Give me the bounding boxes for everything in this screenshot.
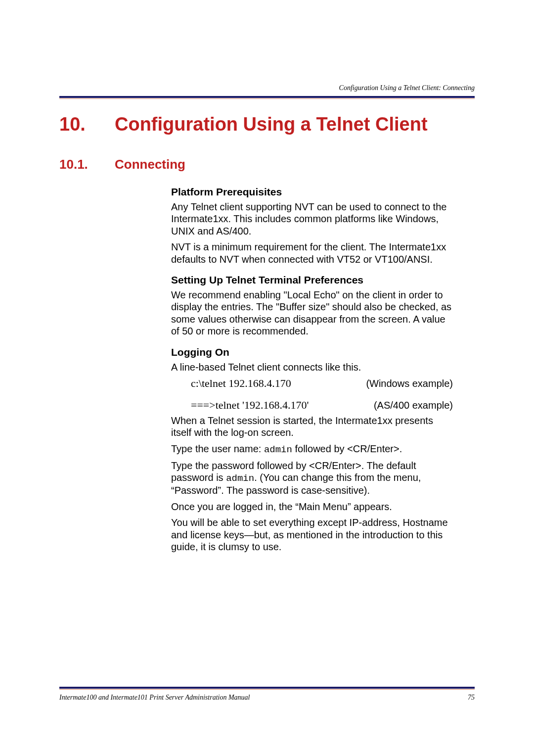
section-heading: 10.1. Connecting (59, 157, 475, 172)
chapter-number: 10. (59, 114, 115, 135)
subheading-platform: Platform Prerequisites (171, 186, 453, 198)
chapter-heading: 10. Configuration Using a Telnet Client (59, 114, 475, 135)
paragraph: We recommend enabling "Local Echo" on th… (171, 289, 453, 337)
paragraph: NVT is a minimum requirement for the cli… (171, 241, 453, 265)
chapter-title: Configuration Using a Telnet Client (115, 114, 428, 135)
section-number: 10.1. (59, 157, 115, 172)
page-number: 75 (468, 694, 475, 702)
example-row-windows: c:\telnet 192.168.4.170 (Windows example… (191, 377, 453, 390)
footer-row: Intermate100 and Intermate101 Print Serv… (59, 694, 475, 702)
bottom-rule (59, 687, 475, 690)
code-inline: admin (264, 444, 292, 455)
paragraph: Type the password followed by <CR/Enter>… (171, 460, 453, 497)
example-command: ===>telnet '192.168.4.170' (191, 399, 309, 412)
paragraph: Type the user name: admin followed by <C… (171, 443, 453, 456)
paragraph: A line-based Telnet client connects like… (171, 361, 453, 373)
paragraph: When a Telnet session is started, the In… (171, 415, 453, 439)
top-rule (59, 96, 475, 99)
body-column: Platform Prerequisites Any Telnet client… (171, 186, 453, 553)
paragraph: Once you are logged in, the “Main Menu” … (171, 501, 453, 513)
example-command: c:\telnet 192.168.4.170 (191, 377, 291, 390)
running-header: Configuration Using a Telnet Client: Con… (59, 84, 475, 92)
section-title: Connecting (115, 157, 185, 172)
subheading-terminal: Setting Up Telnet Terminal Preferences (171, 274, 453, 286)
page-footer: Intermate100 and Intermate101 Print Serv… (59, 687, 475, 702)
footer-title: Intermate100 and Intermate101 Print Serv… (59, 694, 250, 702)
text-fragment: followed by <CR/Enter>. (292, 443, 402, 454)
page-content: Configuration Using a Telnet Client: Con… (0, 0, 534, 553)
paragraph: Any Telnet client supporting NVT can be … (171, 201, 453, 237)
paragraph: You will be able to set everything excep… (171, 517, 453, 553)
example-row-as400: ===>telnet '192.168.4.170' (AS/400 examp… (191, 399, 453, 412)
example-note: (AS/400 example) (374, 400, 453, 411)
example-note: (Windows example) (366, 378, 453, 389)
text-fragment: Type the user name: (171, 443, 264, 454)
code-inline: admin (226, 473, 254, 484)
subheading-logging-on: Logging On (171, 346, 453, 358)
